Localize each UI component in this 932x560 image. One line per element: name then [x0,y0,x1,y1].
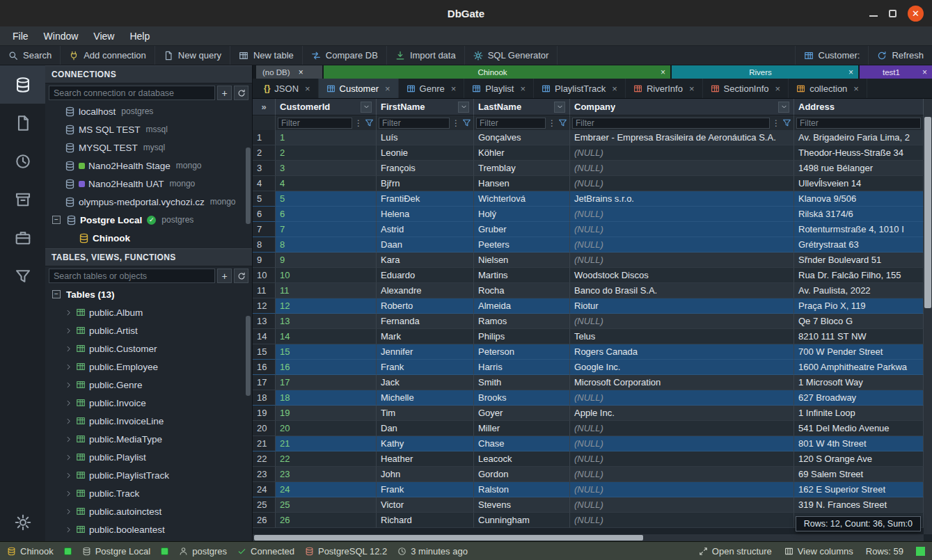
tab-playlisttrack[interactable]: PlaylistTrack× [534,79,626,98]
cell-customerid[interactable]: 6 [276,207,377,222]
table-row[interactable]: 2525VictorStevens(NULL)319 N. Frances St… [253,497,924,513]
toolbar-button-compare-db[interactable]: Compare DB [303,46,387,65]
cell-company[interactable]: (NULL) [570,436,794,451]
row-number[interactable]: 13 [253,314,276,329]
table-row[interactable]: 33FrançoisTremblay(NULL)1498 rue Bélange… [253,161,924,176]
cell-lastname[interactable]: Köhler [474,145,570,161]
column-header-address[interactable]: Address [794,99,924,115]
cell-lastname[interactable]: Ramos [474,314,570,329]
cell-customerid[interactable]: 23 [276,467,377,482]
close-icon[interactable]: × [305,83,310,94]
row-number[interactable]: 9 [253,253,276,268]
cell-firstname[interactable]: Alexandre [377,283,474,298]
cell-customerid[interactable]: 18 [276,390,377,406]
row-number[interactable]: 24 [253,482,276,497]
iconbar-file-button[interactable] [0,104,45,142]
close-icon[interactable]: × [520,83,526,94]
row-number[interactable]: 8 [253,237,276,253]
table-item-public-employee[interactable]: public.Employee [45,358,252,376]
close-icon[interactable]: × [689,83,695,94]
cell-company[interactable]: (NULL) [570,237,794,253]
table-row[interactable]: 1111AlexandreRochaBanco do Brasil S.A.Av… [253,283,924,298]
table-row[interactable]: 22LeonieKöhler(NULL)Theodor-Heuss-Straße… [253,145,924,161]
tab-customer[interactable]: Customer× [319,79,399,98]
table-row[interactable]: 2323JohnGordon(NULL)69 Salem Street [253,467,924,482]
connection-item-nano2health-stage[interactable]: Nano2Health Stagemongo [45,157,252,175]
chevron-right-icon[interactable] [65,454,72,461]
cell-lastname[interactable]: Peterson [474,344,570,360]
chevron-right-icon[interactable] [65,399,72,407]
horizontal-scrollbar-thumb[interactable] [254,535,643,541]
filter-input[interactable] [796,118,921,129]
cell-firstname[interactable]: Helena [377,207,474,222]
cell-customerid[interactable]: 11 [276,283,377,298]
add-table-button[interactable]: + [217,269,232,283]
cell-lastname[interactable]: Miller [474,421,570,436]
chevron-right-icon[interactable] [65,490,72,497]
column-dropdown-button[interactable] [778,102,789,113]
table-row[interactable]: 1414MarkPhilipsTelus8210 111 ST NW [253,329,924,344]
cell-company[interactable]: Riotur [570,298,794,314]
row-number[interactable]: 25 [253,497,276,513]
table-row[interactable]: 1313FernandaRamos(NULL)Qe 7 Bloco G [253,314,924,329]
tables-panel-header[interactable]: TABLES, VIEWS, FUNCTIONS [45,248,252,266]
table-item-public-artist[interactable]: public.Artist [45,321,252,339]
column-header-lastname[interactable]: LastName [474,99,570,115]
filter-funnel-icon[interactable] [365,118,374,127]
chevron-right-icon[interactable] [65,417,72,425]
cell-lastname[interactable]: Leacock [474,451,570,467]
cell-customerid[interactable]: 8 [276,237,377,253]
table-item-public-autoinctest[interactable]: public.autoinctest [45,502,252,520]
cell-address[interactable]: 120 S Orange Ave [794,451,924,467]
chevron-right-icon[interactable] [65,508,72,515]
cell-company[interactable]: Banco do Brasil S.A. [570,283,794,298]
cell-firstname[interactable]: Kathy [377,436,474,451]
filter-input[interactable] [476,118,546,129]
iconbar-history-button[interactable] [0,142,45,180]
toolbar-button-import-data[interactable]: Import data [387,46,465,65]
cell-customerid[interactable]: 9 [276,253,377,268]
cell-lastname[interactable]: Smith [474,375,570,390]
sidebar-scrollbar[interactable] [246,316,251,396]
cell-firstname[interactable]: Dan [377,421,474,436]
cell-firstname[interactable]: Michelle [377,390,474,406]
menu-item-file[interactable]: File [6,29,35,44]
row-number[interactable]: 14 [253,329,276,344]
toolbar-button-add-connection[interactable]: Add connection [61,46,155,65]
cell-address[interactable]: 1600 Amphitheatre Parkwa [794,360,924,375]
chevron-right-icon[interactable] [65,526,72,534]
cell-firstname[interactable]: FrantiĐek [377,191,474,207]
table-item-public-playlist[interactable]: public.Playlist [45,448,252,466]
cell-customerid[interactable]: 7 [276,222,377,237]
cell-lastname[interactable]: Almeida [474,298,570,314]
cell-address[interactable]: 801 W 4th Street [794,436,924,451]
cell-firstname[interactable]: John [377,467,474,482]
connection-item-mysql-test[interactable]: MYSQL TESTmysql [45,138,252,157]
cell-lastname[interactable]: Stevens [474,497,570,513]
row-number[interactable]: 21 [253,436,276,451]
connection-item-localhost[interactable]: localhostpostgres [45,102,252,120]
cell-address[interactable]: Theodor-Heuss-Straße 34 [794,145,924,161]
vertical-scrollbar-thumb[interactable] [924,117,931,308]
filter-funnel-icon[interactable] [558,118,567,127]
row-number[interactable]: 17 [253,375,276,390]
table-row[interactable]: 2020DanMiller(NULL)541 Del Medio Avenue [253,421,924,436]
cell-lastname[interactable]: Philips [474,329,570,344]
table-row[interactable]: 1212RobertoAlmeidaRioturPraça Pio X, 119 [253,298,924,314]
cell-firstname[interactable]: Fernanda [377,314,474,329]
cell-firstname[interactable]: Frank [377,482,474,497]
cell-customerid[interactable]: 20 [276,421,377,436]
cell-firstname[interactable]: Bjřrn [377,176,474,191]
add-connection-small-button[interactable]: + [217,86,232,100]
cell-company[interactable]: Rogers Canada [570,344,794,360]
cell-firstname[interactable]: Luís [377,130,474,145]
toolbar-button-refresh[interactable]: Refresh [868,46,932,65]
tab-playlist[interactable]: Playlist× [464,79,534,98]
toolbar-button-customer[interactable]: Customer: [795,46,869,65]
iconbar-database-button[interactable] [0,65,45,104]
cell-lastname[interactable]: Gruber [474,222,570,237]
cell-address[interactable]: 319 N. Frances Street [794,497,924,513]
table-item-public-album[interactable]: public.Album [45,303,252,321]
cell-customerid[interactable]: 26 [276,513,377,528]
cell-customerid[interactable]: 16 [276,360,377,375]
